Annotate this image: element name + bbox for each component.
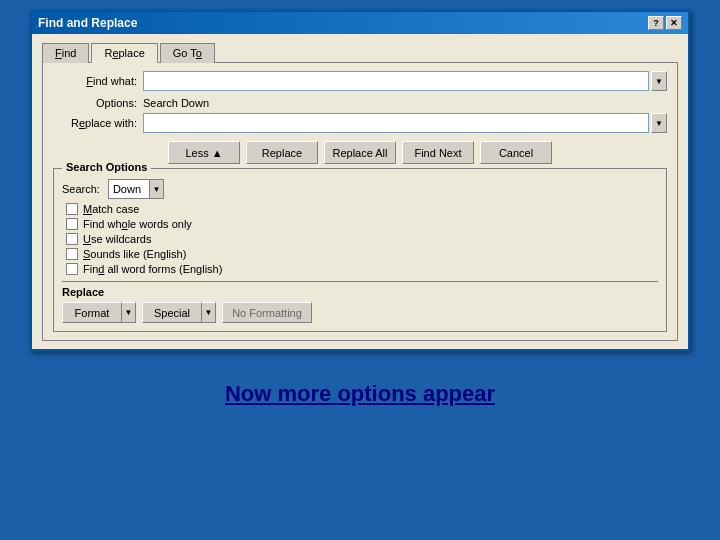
replace-subsection-title: Replace (62, 286, 658, 298)
format-button-row: Format ▼ Special ▼ No Formatting (62, 302, 658, 323)
search-direction-row: Search: Down ▼ (62, 179, 658, 199)
wildcards-label: Use wildcards (83, 233, 151, 245)
find-what-label: Find what: (53, 75, 143, 87)
find-replace-dialog: Find and Replace ? ✕ Find Replace Go To … (30, 10, 690, 351)
replace-with-label: Replace with: (53, 117, 143, 129)
search-options-section: Search Options Search: Down ▼ Match case (53, 168, 667, 332)
search-direction-select[interactable]: Down ▼ (108, 179, 164, 199)
sounds-like-label: Sounds like (English) (83, 248, 186, 260)
title-bar-buttons: ? ✕ (648, 16, 682, 30)
tab-replace[interactable]: Replace (91, 43, 157, 63)
find-what-dropdown[interactable]: ▼ (651, 71, 667, 91)
options-value: Search Down (143, 97, 209, 109)
find-next-button[interactable]: Find Next (402, 141, 474, 164)
word-forms-label: Find all word forms (English) (83, 263, 222, 275)
format-button[interactable]: Format (62, 302, 122, 323)
replace-with-input-wrap: ▼ (143, 113, 667, 133)
word-forms-checkbox[interactable] (66, 263, 78, 275)
replace-with-row: Replace with: ▼ (53, 113, 667, 133)
replace-button[interactable]: Replace (246, 141, 318, 164)
no-formatting-button[interactable]: No Formatting (222, 302, 312, 323)
checkbox-match-case: Match case (66, 203, 658, 215)
title-bar: Find and Replace ? ✕ (32, 12, 688, 34)
cancel-button[interactable]: Cancel (480, 141, 552, 164)
replace-with-input[interactable] (143, 113, 649, 133)
match-case-checkbox[interactable] (66, 203, 78, 215)
checkbox-word-forms: Find all word forms (English) (66, 263, 658, 275)
tab-find[interactable]: Find (42, 43, 89, 63)
format-dropdown[interactable]: ▼ (122, 302, 136, 323)
checkbox-sounds-like: Sounds like (English) (66, 248, 658, 260)
checkbox-wildcards: Use wildcards (66, 233, 658, 245)
search-label: Search: (62, 183, 100, 195)
tab-content: Find what: ▼ Options: Search Down Replac… (42, 63, 678, 341)
tab-bar: Find Replace Go To (42, 42, 678, 63)
replace-with-dropdown[interactable]: ▼ (651, 113, 667, 133)
special-button[interactable]: Special (142, 302, 202, 323)
search-direction-value: Down (109, 182, 149, 196)
sounds-like-checkbox[interactable] (66, 248, 78, 260)
help-button[interactable]: ? (648, 16, 664, 30)
less-button[interactable]: Less ▲ (168, 141, 240, 164)
footer-text: Now more options appear (225, 381, 495, 407)
dialog-body: Find Replace Go To Find what: ▼ (32, 34, 688, 349)
format-btn-group: Format ▼ (62, 302, 136, 323)
dialog-title: Find and Replace (38, 16, 137, 30)
find-what-input-wrap: ▼ (143, 71, 667, 91)
tab-goto-label: Go To (173, 47, 202, 59)
replace-subsection: Replace Format ▼ Special ▼ No (62, 281, 658, 323)
find-what-row: Find what: ▼ (53, 71, 667, 91)
match-case-label: Match case (83, 203, 139, 215)
whole-words-checkbox[interactable] (66, 218, 78, 230)
options-label: Options: (53, 97, 143, 109)
options-row: Options: Search Down (53, 97, 667, 109)
replace-all-button[interactable]: Replace All (324, 141, 396, 164)
tab-replace-label: Replace (104, 47, 144, 59)
find-what-input[interactable] (143, 71, 649, 91)
search-options-title: Search Options (62, 161, 151, 173)
checkbox-whole-words: Find whole words only (66, 218, 658, 230)
special-btn-group: Special ▼ (142, 302, 216, 323)
search-direction-arrow[interactable]: ▼ (149, 180, 163, 198)
whole-words-label: Find whole words only (83, 218, 192, 230)
tab-find-label: Find (55, 47, 76, 59)
special-dropdown[interactable]: ▼ (202, 302, 216, 323)
tab-goto[interactable]: Go To (160, 43, 215, 63)
wildcards-checkbox[interactable] (66, 233, 78, 245)
close-button[interactable]: ✕ (666, 16, 682, 30)
